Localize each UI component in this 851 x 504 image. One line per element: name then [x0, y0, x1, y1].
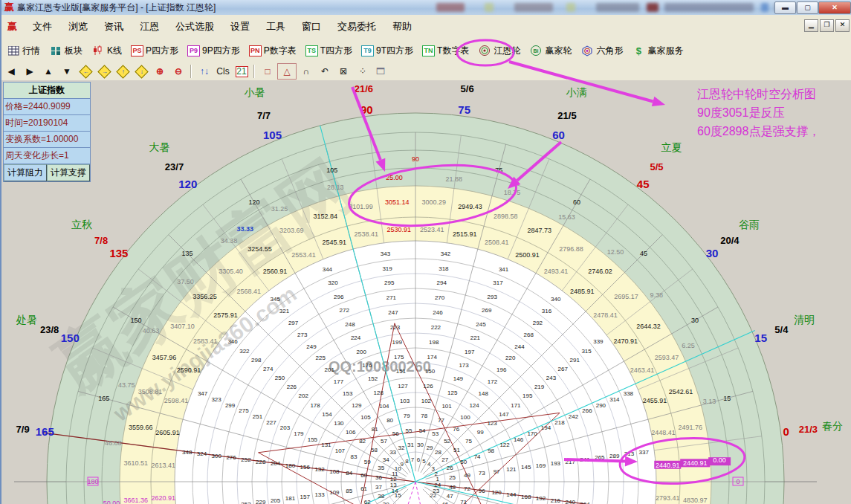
svg-text:121: 121 [506, 466, 517, 473]
close-button[interactable]: ✕ [818, 1, 851, 14]
toolbar-button-T数字表[interactable]: TNT数字表 [418, 43, 473, 59]
annotation-line: 60度2898点是强支撑， [697, 122, 820, 140]
menu-item-2[interactable]: 资讯 [96, 19, 132, 34]
toolbar-button-9P四方形[interactable]: P99P四方形 [184, 43, 244, 59]
pan-down-icon[interactable]: ↓ [132, 64, 150, 79]
calc-support-button[interactable]: 计算支撑 [47, 164, 90, 181]
rect-tool-icon[interactable]: □ [259, 64, 276, 79]
mdi-close-button[interactable]: ✕ [835, 19, 850, 32]
calendar-icon[interactable]: 21 [233, 64, 250, 79]
menu-item-3[interactable]: 江恩 [132, 19, 167, 34]
menu-item-6[interactable]: 工具 [258, 19, 294, 34]
svg-text:243: 243 [546, 375, 557, 381]
svg-text:321: 321 [279, 308, 290, 314]
blurred-ticker-item [761, 3, 769, 12]
calc-resistance-button[interactable]: 计算阻力 [4, 164, 47, 181]
mdi-restore-button[interactable]: ❐ [820, 19, 834, 32]
svg-text:154: 154 [322, 411, 332, 418]
menu-item-8[interactable]: 交易委托 [329, 19, 384, 34]
toolbar-label: 六角形 [596, 45, 623, 57]
box-x-tool-icon[interactable]: ⊠ [334, 64, 352, 79]
kline-icon [91, 45, 105, 56]
menu-item-4[interactable]: 公式选股 [167, 19, 222, 34]
svg-text:5/5: 5/5 [650, 161, 663, 172]
toolbar-button-行情[interactable]: 行情 [3, 43, 44, 59]
svg-text:15: 15 [754, 332, 767, 344]
svg-text:2448.41: 2448.41 [651, 429, 676, 436]
arc-tool-icon[interactable]: ∩ [297, 64, 315, 79]
svg-text:269: 269 [482, 307, 492, 314]
svg-text:2470.91: 2470.91 [613, 337, 638, 345]
next-arrow-icon[interactable]: ▶ [21, 64, 39, 79]
toolbar-button-9T四方形[interactable]: T99T四方形 [357, 43, 417, 59]
drawing-toolbar: ◀ ▶ ▲ ▼ ← → ↑ ↓ ⊕ ⊖ ↑↓ Cls 21 □ △ ∩ ↶ ⊠ … [1, 62, 851, 81]
svg-text:122: 122 [499, 442, 510, 448]
svg-text:345: 345 [271, 296, 281, 303]
pan-right-icon[interactable]: → [95, 64, 113, 79]
svg-text:195: 195 [522, 392, 533, 399]
mdi-minimize-button[interactable]: ▁ [804, 19, 818, 32]
zoom-in-icon[interactable]: ⊕ [151, 64, 169, 79]
svg-text:27: 27 [441, 456, 448, 463]
toolbar-label: 行情 [22, 45, 40, 57]
svg-text:144: 144 [506, 491, 517, 498]
svg-text:346: 346 [227, 338, 238, 345]
window-title: 赢家江恩专业版[赢家服务平台] - [上证指数 江恩轮] [17, 1, 216, 14]
svg-text:34: 34 [383, 456, 389, 463]
menu-item-0[interactable]: 文件 [25, 19, 60, 34]
menu-item-9[interactable]: 帮助 [384, 19, 420, 34]
toolbar-label: 9T四方形 [376, 45, 413, 57]
maximize-button[interactable]: ▢ [797, 1, 818, 14]
pan-up-icon[interactable]: ↑ [114, 64, 132, 79]
svg-text:179: 179 [294, 430, 304, 437]
svg-text:106: 106 [346, 429, 356, 436]
svg-text:342: 342 [441, 251, 451, 257]
svg-text:35: 35 [378, 465, 384, 471]
menu-item-7[interactable]: 窗口 [294, 19, 329, 34]
axis-swap-icon[interactable]: ↑↓ [195, 64, 213, 79]
svg-text:18.75: 18.75 [504, 189, 521, 196]
svg-text:84: 84 [346, 470, 352, 476]
toolbar-button-K线[interactable]: K线 [88, 43, 126, 59]
svg-text:6: 6 [417, 456, 421, 463]
toolbar-button-T四方形[interactable]: TST四方形 [302, 43, 356, 59]
minimize-button[interactable]: ▬ [774, 1, 796, 14]
svg-text:276: 276 [226, 454, 236, 461]
toolbar-button-赢家轮[interactable]: Bi赢家轮 [525, 43, 575, 59]
rotate-tool-icon[interactable]: ↶ [316, 64, 334, 79]
prev-arrow-icon[interactable]: ◀ [2, 64, 20, 79]
mdi-window-controls: ▁ ❐ ✕ [804, 19, 850, 32]
panel-title: 上证指数 [4, 83, 90, 99]
svg-text:36: 36 [375, 474, 382, 481]
crosshair-tool-icon[interactable]: ⁘ [353, 64, 371, 79]
svg-text:181: 181 [285, 495, 296, 502]
pan-left-icon[interactable]: ← [77, 64, 94, 79]
menu-item-1[interactable]: 浏览 [60, 19, 96, 34]
svg-text:317: 317 [493, 280, 503, 286]
svg-text:290: 290 [596, 402, 606, 409]
toolbar-button-板块[interactable]: 板块 [45, 43, 86, 59]
toolbar-button-赢家服务[interactable]: $赢家服务 [628, 43, 687, 59]
p9-icon: P9 [187, 45, 200, 56]
svg-text:25: 25 [449, 474, 456, 481]
svg-text:3152.84: 3152.84 [314, 213, 338, 220]
svg-text:2598.41: 2598.41 [164, 397, 189, 404]
down-arrow-icon[interactable]: ▼ [58, 64, 76, 79]
toolbar-button-江恩轮[interactable]: 江恩轮 [474, 43, 524, 59]
up-arrow-icon[interactable]: ▲ [39, 64, 57, 79]
toolbar-button-P数字表[interactable]: PNP数字表 [245, 43, 300, 59]
cls-button[interactable]: Cls [214, 64, 232, 79]
toolbar-label: 赢家服务 [647, 45, 683, 57]
svg-text:222: 222 [431, 324, 441, 331]
svg-text:341: 341 [499, 266, 509, 273]
triangle-tool-icon[interactable]: △ [277, 63, 297, 80]
toolbar-button-六角形[interactable]: 六角形 [577, 43, 627, 59]
title-bar: 赢 赢家江恩专业版[赢家服务平台] - [上证指数 江恩轮] ▬ ▢ ✕ [1, 0, 851, 16]
zoom-out-icon[interactable]: ⊖ [169, 64, 187, 79]
board-tool-icon[interactable]: 🗖 [372, 64, 389, 79]
svg-text:2530.91: 2530.91 [387, 226, 412, 233]
menu-item-5[interactable]: 设置 [222, 19, 258, 34]
toolbar-button-P四方形[interactable]: PSP四方形 [127, 43, 182, 59]
svg-text:324: 324 [197, 450, 207, 457]
svg-text:83: 83 [350, 453, 357, 460]
